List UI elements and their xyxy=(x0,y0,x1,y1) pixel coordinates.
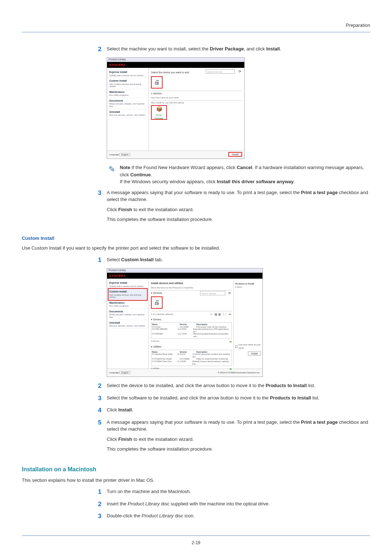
items-count: 0 items xyxy=(235,286,261,289)
custom-install-screenshot: Product Library KYOCERA Express Install … xyxy=(107,268,263,377)
products-to-install-panel: Products to Install 0 items Use host nam… xyxy=(233,281,262,366)
custom-step-1: 1 Select Custom Install tab. xyxy=(98,256,370,266)
page-header: Preparation xyxy=(22,22,370,32)
search-input[interactable]: Search devices xyxy=(206,69,235,74)
step-body: Turn on the machine and the Macintosh. xyxy=(107,488,370,498)
step-body: Double-click the Product Library disc ic… xyxy=(107,512,370,522)
add-arrow-icon[interactable]: ➔ xyxy=(229,367,232,372)
language-label: Language xyxy=(109,372,119,374)
language-select[interactable]: English xyxy=(119,153,130,156)
step-number: 2 xyxy=(98,500,107,508)
sidebar-item-maintenance[interactable]: Maintenance Run utility programs xyxy=(109,300,147,309)
utilities-table: Name Version Description Kx Address Book… xyxy=(151,350,232,366)
device-tile[interactable] xyxy=(151,296,163,309)
bold-text: Custom Install xyxy=(121,257,154,262)
main-panel: Install devices and utilities Move the i… xyxy=(149,279,262,369)
italic-text: Product Library xyxy=(142,513,173,518)
bold-text: Install this driver software anyway xyxy=(217,179,294,184)
bold-text: Print a test page xyxy=(301,190,338,195)
custom-step-2: 2 Select the device to be installed, and… xyxy=(98,382,370,392)
footer-divider xyxy=(22,535,370,536)
text: list. xyxy=(311,395,319,401)
sidebar-item-custom[interactable]: Custom Install Add multiple devices and … xyxy=(109,78,147,89)
sidebar-item-desc: Run utility programs xyxy=(109,94,146,97)
hostname-checkbox[interactable]: Use host name as port name xyxy=(235,343,261,350)
text: . xyxy=(132,407,133,413)
col-name: Name xyxy=(152,351,177,353)
step-body: Select the software to be installed, and… xyxy=(107,394,370,405)
mac-step-1: 1 Turn on the machine and the Macintosh. xyxy=(98,488,370,498)
window-title: Product Library xyxy=(109,58,126,62)
table-row[interactable]: KX XPS DRIVERv1.0.3718Extended printing … xyxy=(152,328,231,333)
window-titlebar: Product Library xyxy=(107,58,244,62)
main-step-3: 3 A message appears saying that your sof… xyxy=(98,189,370,226)
text: Click xyxy=(107,207,118,212)
step-number: 1 xyxy=(98,256,107,264)
sidebar-item-documents[interactable]: Documents Read manuals, release, and rea… xyxy=(109,98,147,109)
drivers-heading: ▾ Drivers xyxy=(151,318,232,322)
bold-text: Driver Package xyxy=(210,46,244,52)
device-tile[interactable] xyxy=(151,76,163,89)
panel-title: Install devices and utilities xyxy=(151,282,232,286)
text: A message appears saying that your softw… xyxy=(107,190,301,195)
col-version: Version xyxy=(180,323,194,326)
sidebar-item-title: Maintenance xyxy=(109,301,146,305)
sidebar-item-title: Documents xyxy=(109,310,146,314)
sidebar: Express Install Quickly add a device and… xyxy=(107,68,149,151)
mac-step-2: 2 Insert the Product Library disc suppli… xyxy=(98,500,370,510)
table-row[interactable]: KX Driverv5.3.2028Print and/or scan via … xyxy=(152,326,231,328)
sidebar-item-title: Express Install xyxy=(109,281,146,285)
text: to exit the installation wizard. xyxy=(132,436,194,442)
install-button[interactable]: Install xyxy=(248,352,261,356)
text: tab. xyxy=(154,257,163,262)
hostname-checkbox-label[interactable]: Use host name as port name xyxy=(151,96,242,99)
step-body: Insert the Product Library disc supplied… xyxy=(107,500,370,510)
page-number: 2-19 xyxy=(22,539,370,546)
custom-install-intro: Use Custom Install if you want to specif… xyxy=(22,245,370,252)
step-number: 4 xyxy=(98,406,107,414)
sidebar-item-desc: Read manuals, release, and readme files xyxy=(109,313,146,318)
step-number: 2 xyxy=(98,45,107,53)
text: . xyxy=(280,46,281,52)
sidebar-item-express[interactable]: Express Install Quickly add a device and… xyxy=(109,280,147,289)
custom-step-4: 4 Click Install. xyxy=(98,406,370,416)
reload-icon[interactable]: ⟳ xyxy=(238,69,242,74)
reload-icon[interactable]: ⟳ xyxy=(228,291,232,295)
text: This completes the software installation… xyxy=(107,446,370,453)
sidebar-item-title: Custom Install xyxy=(109,290,146,294)
table-row[interactable]: Kx Address Book Utilityv1.0.0.42A tool f… xyxy=(152,353,231,358)
driver-package-label: Driver Package xyxy=(152,114,166,120)
install-button[interactable]: Install xyxy=(228,152,242,157)
bold-text: Products to Install xyxy=(270,395,311,401)
window-footer: Language English Install xyxy=(107,151,244,159)
step-number: 3 xyxy=(98,394,107,402)
driver-package-tile[interactable]: Driver Package xyxy=(151,105,167,120)
text: This completes the software installation… xyxy=(107,216,370,223)
sidebar-item-desc: Remove devices, drivers, and utilities xyxy=(109,325,146,327)
selected-count: 1 of 1 devices selected xyxy=(151,313,173,316)
col-name: Name xyxy=(152,323,177,326)
sidebar-item-uninstall[interactable]: Uninstall Remove devices, drivers, and u… xyxy=(109,109,147,118)
panel-title: Products to Install xyxy=(235,282,261,286)
drivers-table: Name Version Description KX Driverv5.3.2… xyxy=(151,322,232,339)
custom-step-3: 3 Select the software to be installed, a… xyxy=(98,394,370,405)
sidebar-item-documents[interactable]: Documents Read manuals, release, and rea… xyxy=(109,309,147,320)
add-arrow-icon[interactable]: ➔ xyxy=(228,312,232,316)
table-row[interactable]: KYOCERA Client Toolv1.2.2028(Default) Ac… xyxy=(152,360,231,365)
sidebar-item-custom[interactable]: Custom Install Add multiple devices and … xyxy=(109,289,147,300)
sidebar-item-uninstall[interactable]: Uninstall Remove devices, drivers, and u… xyxy=(109,320,147,329)
add-arrow-icon[interactable]: ➔ xyxy=(229,340,232,345)
table-row[interactable]: KYOCERA Net Viewerv5.3.0228dUtility for … xyxy=(152,358,231,360)
package-icon xyxy=(156,105,162,113)
language-select[interactable]: English xyxy=(119,371,130,374)
bold-text: Cancel xyxy=(237,165,252,170)
text: Select xyxy=(107,257,121,262)
text: . xyxy=(151,172,152,177)
sidebar-item-express[interactable]: Express Install Quickly add a device and… xyxy=(109,69,147,78)
text: Double-click the xyxy=(107,513,142,518)
table-row[interactable]: KX DRIVERv1.2.3718(Recommended) Extended… xyxy=(152,333,231,337)
sidebar: Express Install Quickly add a device and… xyxy=(107,279,149,369)
sidebar-item-maintenance[interactable]: Maintenance Run utility programs xyxy=(109,89,147,98)
search-input[interactable]: Search devices xyxy=(200,291,225,295)
view-toolbar[interactable]: ≡ ▦▦ ⛶ ➔ xyxy=(211,312,232,317)
